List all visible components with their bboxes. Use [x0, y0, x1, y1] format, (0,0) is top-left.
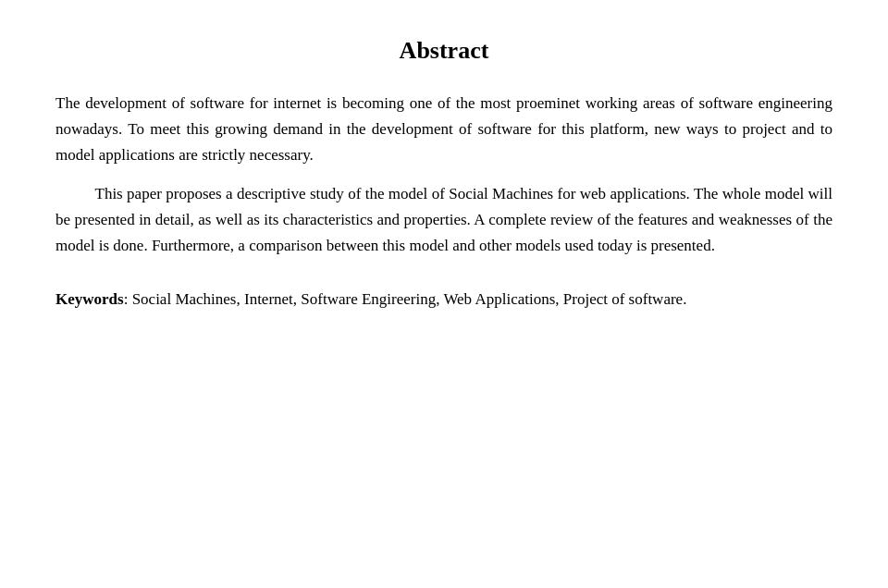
keywords-text: : Social Machines, Internet, Software En…	[124, 290, 687, 308]
keywords-section: Keywords: Social Machines, Internet, Sof…	[56, 287, 832, 312]
paragraph-1: The development of software for internet…	[56, 91, 832, 168]
abstract-title: Abstract	[56, 37, 832, 65]
paragraph-1-text: The development of software for internet…	[56, 94, 832, 164]
abstract-body: The development of software for internet…	[56, 91, 832, 259]
paragraph-2-text: This paper proposes a descriptive study …	[56, 185, 832, 254]
page: Abstract The development of software for…	[0, 0, 888, 588]
paragraph-2: This paper proposes a descriptive study …	[56, 181, 832, 259]
keywords-label: Keywords	[56, 290, 124, 308]
